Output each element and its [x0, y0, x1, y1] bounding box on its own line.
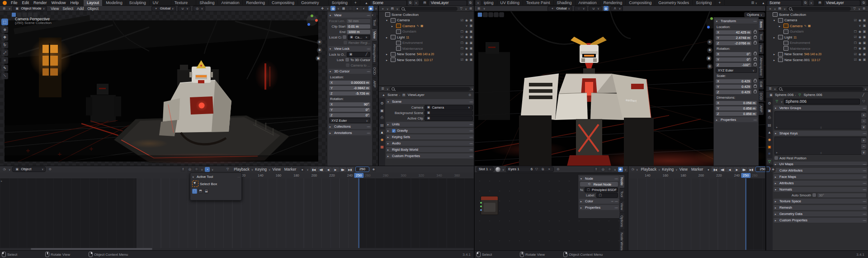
- copy-icon[interactable]: ⧉: [803, 0, 808, 5]
- snap-dropdown[interactable]: ∪∨: [589, 6, 601, 11]
- field-value[interactable]: 30°: [817, 193, 866, 197]
- menu-render[interactable]: Render: [31, 0, 49, 6]
- tool-annotate[interactable]: ✎: [1, 65, 8, 72]
- camera-toggle-icon[interactable]: ▣: [862, 47, 867, 50]
- display-mode-icon[interactable]: ≡: [380, 6, 385, 11]
- properties-tab-world[interactable]: ◉: [767, 137, 772, 142]
- lock-icon[interactable]: [754, 91, 757, 93]
- axis-x-42-425-m[interactable]: X42.425 m: [716, 30, 757, 34]
- scene-selector[interactable]: ▲ Scene ⧉ ×: [761, 0, 814, 6]
- visibility-checkbox[interactable]: ☑: [460, 53, 464, 56]
- sidebar-tab-dcd[interactable]: DCD: [372, 65, 377, 77]
- view-layer-selector[interactable]: ▤ ViewLayer ⧉: [817, 0, 866, 6]
- viewport-menu-add[interactable]: Add: [75, 6, 85, 11]
- axis-y-0-858-m[interactable]: Y0.858 m: [716, 106, 757, 110]
- camera-toggle-icon[interactable]: ▣: [469, 19, 473, 22]
- remove-icon[interactable]: −: [861, 119, 866, 124]
- outliner-row-new-scene[interactable]: ▸New Scene546·140 a 20☑◉▣: [379, 52, 475, 57]
- grid-icon[interactable]: ⊞: [707, 64, 712, 69]
- dropdown-xyz-euler[interactable]: XYZ Euler∨: [329, 118, 370, 123]
- timeline-menu-playback[interactable]: Playback: [639, 167, 658, 172]
- axis-value-field[interactable]: Y0°: [329, 108, 370, 112]
- timeline-menu-playback[interactable]: Playback: [232, 167, 251, 172]
- sidebar-tab-arp[interactable]: ARP: [759, 103, 764, 115]
- panel-attributes[interactable]: ▸Attributes══: [774, 181, 867, 186]
- visibility-checkbox[interactable]: ☐: [460, 30, 464, 33]
- eye-icon[interactable]: ◉: [464, 19, 469, 22]
- panel-checkbox[interactable]: ✓: [392, 129, 396, 133]
- axis-value-field[interactable]: Y2.4748 m: [716, 36, 751, 40]
- pin-icon[interactable]: ⊙: [467, 92, 472, 97]
- check-add-rest-position[interactable]: Add Rest Position: [774, 156, 866, 160]
- snap-grid-icon[interactable]: ⊹: [607, 167, 612, 172]
- tool-rotate[interactable]: ↻: [1, 42, 8, 48]
- timeline-menu-view[interactable]: View: [271, 167, 283, 172]
- visibility-checkbox[interactable]: ☑: [853, 58, 858, 62]
- checkbox[interactable]: [344, 41, 347, 44]
- panel-properties[interactable]: ▸Properties══: [579, 205, 619, 210]
- sidebar-tab-tool[interactable]: Tool: [372, 17, 377, 28]
- axis-value-field[interactable]: Y0.429: [716, 85, 751, 89]
- show-overlays-icon[interactable]: ◍: [330, 6, 335, 11]
- outliner-row-new-scene-001[interactable]: ▸New Scene.001113·17☑◉▣: [766, 57, 868, 63]
- visibility-checkbox[interactable]: ☐: [853, 41, 858, 45]
- axis-x-90[interactable]: X90°: [329, 102, 370, 106]
- visibility-checkbox[interactable]: ☐: [460, 41, 464, 45]
- list-box[interactable]: +−∨▸≡: [774, 137, 866, 155]
- pan-hand-icon[interactable]: ✥: [317, 48, 322, 53]
- properties-tab-render[interactable]: ▣: [767, 108, 772, 113]
- disclosure-icon[interactable]: ▸: [392, 24, 395, 28]
- eye-icon[interactable]: ◉: [464, 35, 469, 39]
- preview-icon[interactable]: ◉: [618, 167, 623, 172]
- axis-x-0-000003-m[interactable]: X0.000003 m: [329, 80, 370, 85]
- disclosure-icon[interactable]: ▸: [779, 24, 782, 28]
- panel-custom-properties[interactable]: ▸Custom Properties══: [386, 153, 474, 158]
- eyedropper-icon[interactable]: ╱: [364, 52, 369, 57]
- view-layer-name[interactable]: ViewLayer: [428, 0, 467, 6]
- jump-start-button[interactable]: ▮◀: [712, 167, 718, 172]
- menu-edit[interactable]: Edit: [20, 0, 32, 6]
- workspace-tab-scripting[interactable]: Scripting: [329, 0, 351, 6]
- field-value[interactable]: 0.01 m: [347, 24, 370, 29]
- tool-scale[interactable]: ⤢: [1, 49, 8, 56]
- workspace-tab-animation[interactable]: Animation: [576, 0, 600, 6]
- eye-icon[interactable]: ◉: [464, 30, 469, 33]
- axis-z-2-0766-m[interactable]: Z-2.0766 m: [716, 41, 757, 45]
- blender-logo-icon[interactable]: [3, 1, 7, 5]
- properties-tab-object[interactable]: ▦: [379, 144, 385, 149]
- check-to-3d-cursor[interactable]: LockTo 3D Cursor: [329, 57, 370, 62]
- properties-search-input[interactable]: [390, 87, 470, 91]
- object-field[interactable]: ▣: [425, 116, 473, 121]
- field-value[interactable]: ▢: [596, 193, 618, 198]
- workspace-tab-uv-editing[interactable]: UV Editing: [497, 0, 524, 6]
- select-new-icon[interactable]: ⬚: [192, 189, 197, 194]
- list-box[interactable]: +−∨▸≡: [774, 111, 866, 129]
- outliner-search-input[interactable]: [787, 7, 851, 11]
- jump-end-button[interactable]: ▶▮: [748, 167, 755, 172]
- close-icon[interactable]: ×: [414, 0, 419, 5]
- axis-value-field[interactable]: X42.425 m: [716, 30, 751, 34]
- lock-icon[interactable]: [754, 31, 757, 33]
- viewport-3d-left[interactable]: Camera Perspective (250) Scene Collectio…: [0, 11, 379, 166]
- pin-icon[interactable]: ⊙: [47, 167, 52, 172]
- editor-type-icon[interactable]: ⊞: [476, 6, 481, 11]
- options-button[interactable]: Options ∨: [744, 12, 765, 17]
- axis-y-0[interactable]: Y0°: [329, 107, 370, 112]
- camera-toggle-icon[interactable]: ▣: [862, 35, 867, 39]
- toggle-xray-icon[interactable]: ▦: [341, 6, 346, 11]
- properties-tab-view-layer[interactable]: ▤: [379, 122, 385, 128]
- timeline-menu-keying[interactable]: Keying: [253, 167, 269, 172]
- socket-icon[interactable]: [480, 209, 482, 211]
- workspace-tab-animation[interactable]: Animation: [218, 0, 243, 6]
- funnel-icon[interactable]: ▽: [225, 167, 230, 172]
- workspace-tab-scripting[interactable]: Scripting: [693, 0, 715, 6]
- workspace-tab-uv-editing[interactable]: UV Editing: [150, 0, 171, 6]
- panel-node[interactable]: ▾Node══: [579, 176, 619, 181]
- check-camera-to[interactable]: Camera to ...: [329, 63, 370, 67]
- panel-rigid-body-world[interactable]: ▸Rigid Body World══: [386, 147, 474, 152]
- visibility-checkbox[interactable]: ☑: [460, 19, 464, 22]
- outliner-search-input[interactable]: [400, 7, 458, 11]
- workspace-tab-rendering[interactable]: Rendering: [243, 0, 269, 6]
- checkbox[interactable]: [774, 156, 778, 160]
- breadcrumb-scene[interactable]: Scene: [387, 93, 398, 97]
